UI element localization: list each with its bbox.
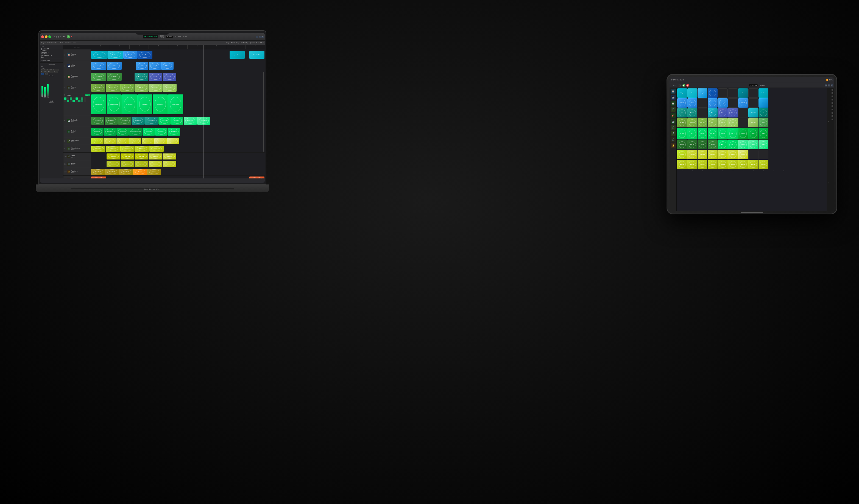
clip-infinity-3[interactable]: Infinity 3 (136, 62, 148, 70)
ipad-clip-free2[interactable]: Free..Cym (687, 108, 697, 118)
clip-arcade-hook-1[interactable]: Arcade Hook 1 (159, 117, 171, 125)
clip-free-fall-piano-3[interactable]: Free Fall Piano (118, 117, 131, 125)
ipad-clip-anth-4[interactable]: Anth...ead (708, 160, 718, 169)
ipad-clip-free1[interactable]: Free... (677, 108, 687, 118)
ipad-clip-drea-2[interactable]: Drea...2 (728, 128, 738, 139)
ipad-clip-drea-eat[interactable]: Drea...eat (718, 128, 728, 139)
ipad-clip-teal1[interactable]: teal (758, 108, 768, 118)
play-button[interactable]: ▶ (67, 35, 70, 39)
ipad-clip-free-no[interactable]: Free...no (697, 140, 707, 149)
clip-arcade-hook-k1[interactable]: Arcade Hook 1 (142, 128, 155, 136)
toolbar-icon-2[interactable]: □ (259, 36, 261, 38)
ipad-clip-bas[interactable]: Bas... (738, 88, 748, 98)
clip-laid-back[interactable]: Laid Back Sets (250, 51, 265, 59)
ipad-clip-marc3[interactable]: Marc...lat B (748, 118, 758, 127)
clip-infinity-1[interactable]: Infinity 1 (91, 62, 106, 70)
ipad-clip-chop-v2[interactable]: Chop Vox 2 (687, 150, 697, 159)
ipad-clip-chop-v1[interactable]: Chop Vox 1 (677, 150, 687, 159)
clip-dream-vox-1[interactable]: Dream Vox 1 (154, 138, 167, 144)
clip-arcade-beat-1[interactable]: Arcade Beat 1 (137, 94, 152, 114)
ipad-clip-drea12[interactable]: Drea...1 2 (718, 118, 728, 127)
snap-value[interactable]: Smart (231, 42, 235, 44)
clip-arcade-hooks-s2-1[interactable]: Arcade Hooks (121, 153, 134, 159)
ipad-clip-drea3[interactable]: Drea... (728, 118, 738, 127)
drag-value[interactable]: No Overlap (241, 42, 248, 44)
minimize-btn[interactable] (45, 35, 47, 38)
clip-dream-chord-4[interactable]: Dream Chord 4 Chop Vox 5 (129, 128, 142, 136)
ipad-clip-drea-4[interactable]: Drea...4 (758, 140, 768, 149)
ipad-clip-anth-1[interactable]: Anth...ead (677, 160, 687, 169)
clip-arcade-vox[interactable]: Arcade Vox (142, 138, 154, 144)
clip-atm-3[interactable]: Atmosphere 3 (119, 169, 133, 175)
clip-anthemic-3[interactable]: Anthemic Lead (120, 146, 135, 152)
clip-synth-plucks-s3[interactable]: Synth Plucks (121, 161, 134, 167)
ipad-clip-ht-topper[interactable]: HT Topper (677, 88, 687, 98)
ipad-clip-free-ano[interactable]: Free...ano (687, 140, 697, 149)
clip-arcade-hooks-s2-2[interactable]: Arcade Hooks (135, 153, 148, 159)
ipad-clip-anth-9[interactable]: Anth...ead (758, 160, 768, 169)
ipad-clip-inf3[interactable]: Infinity 3 (708, 98, 718, 108)
ipad-clip-anth-7[interactable]: Anth...ead (738, 160, 748, 169)
clip-deep-perc[interactable]: Deep Perc (137, 51, 152, 59)
clip-infinity-2[interactable]: Infinity 2 (107, 62, 122, 70)
clip-free-fall-piano-1[interactable]: Free Fall Piano (91, 117, 104, 125)
ipad-clip-anth-8[interactable]: Anth...ead (748, 160, 758, 169)
clip-dream-beat-2[interactable]: Dream Beat 2 (168, 94, 183, 114)
ipad-fx-btn[interactable]: FX (825, 84, 827, 87)
clip-big-bass-3[interactable]: Big Bass Beat 3 (122, 94, 137, 114)
clip-anthemic-4[interactable]: Anthemic Lead (135, 146, 149, 152)
ipad-clip-echo1[interactable]: Echo...1 (708, 118, 718, 127)
ipad-clip-chop-v5[interactable]: Chop Vox 5 (718, 150, 728, 159)
clip-dreamy-hook-2[interactable]: Dreamy Hook 2 (197, 117, 210, 125)
toolbar-icon-3[interactable]: ⚙ (261, 36, 263, 38)
clip-simple-topper[interactable]: Simple Topper (108, 51, 123, 59)
ipad-clip-marc2[interactable]: Marc...lat B (748, 108, 758, 118)
clip-pumping-noise-1[interactable]: Pumping Noise (106, 84, 120, 92)
clip-free-fall-hic[interactable]: Free Fall HiC (91, 73, 106, 81)
close-btn[interactable] (41, 35, 44, 38)
clip-arcade-hook-k3[interactable]: Arcade Hook 3 (168, 128, 180, 136)
ipad-clip-big1[interactable]: Big...Beat 1 (677, 128, 687, 139)
clip-dreams-hook-2[interactable]: Dreams Hook 2 (163, 84, 177, 92)
clip-arcade-perc[interactable]: Arcade Perc 1 (135, 73, 148, 81)
edit-label[interactable]: Edit (60, 42, 63, 44)
clip-dream-hh2[interactable]: Dream HH 2 (163, 73, 176, 81)
clip-echo-vox[interactable]: Echo Vox 1 (135, 84, 149, 92)
clip-arcade-hook-2[interactable]: Arcade Hook 2 (171, 117, 183, 125)
ipad-play-btn[interactable]: ▶ (682, 84, 685, 87)
ipad-clip-chop7[interactable]: Chop...7 (748, 128, 758, 139)
clip-anthemic-5[interactable]: Anthemic Lead (149, 146, 164, 152)
clip-anthemic-2[interactable]: Anthemic Lead (106, 146, 120, 152)
ipad-clip-chop-4[interactable]: Chop...4 (748, 140, 758, 149)
clip-chord-swells[interactable]: Chord Swells (107, 161, 120, 167)
ipad-clip-sim-topper[interactable]: Sim... (687, 88, 697, 98)
ipad-clip-rec1[interactable]: Rec...Noise (677, 118, 687, 127)
ipad-clip-arca1[interactable]: Arca...eat 1 (708, 128, 718, 139)
ipad-clip-chop-v6[interactable]: Chop Vox 6 (728, 150, 738, 159)
ipad-nav-up[interactable]: ‹ (827, 120, 830, 123)
clip-big-bass-1[interactable]: Big Bass Beat 1 (91, 94, 106, 114)
ipad-settings-btn[interactable]: ⚙ (831, 84, 833, 87)
ipad-clip-anth-5[interactable]: Anth...ead (718, 160, 728, 169)
clip-free-fall-cym[interactable]: Free Fall Cym (107, 73, 122, 81)
clip-infinity-4[interactable]: Infinity 4 (149, 62, 161, 70)
ipad-clip-anth-3[interactable]: Anth...ead (697, 160, 707, 169)
ipad-clip-free-nth[interactable]: Free...nth (708, 140, 718, 149)
ipad-clip-crazy-ht[interactable]: Crazy HT (697, 88, 707, 98)
clip-dream-fall-1[interactable]: Dream Fall (149, 153, 162, 159)
ipad-clip-laid[interactable]: Laid Bets (758, 88, 768, 98)
clip-arcade-hooks-s3[interactable]: Arcade Hooks (135, 161, 148, 167)
clip-synth-plucks[interactable]: Synth Plucks (107, 153, 120, 159)
clip-dream-beat-t[interactable]: Dream Beat (147, 169, 161, 175)
ipad-clip-inf2[interactable]: Infinity 2 (687, 98, 697, 108)
clip-dreams-hook-1[interactable]: Dreams Hook 1 (149, 84, 163, 92)
clip-dream-chord-1[interactable]: Dream Chord 1 (91, 128, 104, 136)
functions-label[interactable]: Functions (64, 42, 71, 44)
ipad-home-bar[interactable] (741, 212, 763, 213)
clip-infinity-5[interactable]: Infinity 5 (161, 62, 174, 70)
clip-free-fall-synth-1[interactable]: Free Fall Synth (132, 117, 145, 125)
clip-free-fall-piano-2[interactable]: Free Fall Piano (105, 117, 118, 125)
clip-sweeper[interactable]: Sweeper (133, 169, 147, 175)
scroll-indicator[interactable] (263, 72, 264, 152)
toolbar-icon-1[interactable]: ≡ (256, 36, 258, 38)
